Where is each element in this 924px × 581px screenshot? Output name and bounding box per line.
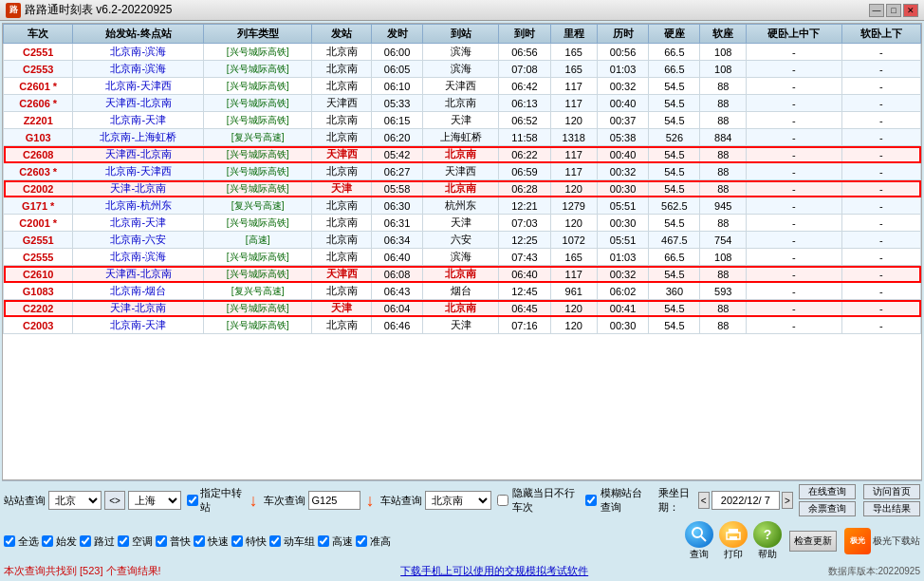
table-row[interactable]: C2001 *北京南-天津[兴号城际高铁]北京南06:31天津07:031200… [4, 215, 921, 232]
fuzzy-checkbox[interactable] [585, 495, 597, 506]
train-query-input[interactable] [308, 491, 360, 510]
table-cell: 滨海 [423, 249, 499, 266]
hide-checkbox[interactable] [497, 495, 508, 506]
remain-ticket-button[interactable]: 余票查询 [799, 501, 856, 516]
table-cell: 108 [700, 44, 747, 61]
special-checkbox[interactable] [231, 535, 243, 547]
table-row[interactable]: C2202天津-北京南[兴号城际高铁]天津06:04北京南06:4512000:… [4, 300, 921, 317]
high-speed-label: 高速 [332, 534, 353, 549]
table-cell: 北京南 [423, 300, 499, 317]
table-cell: 06:59 [499, 163, 550, 180]
table-cell: 00:30 [597, 317, 648, 334]
fast-express-checkbox[interactable] [194, 535, 205, 547]
print-action-btn[interactable]: 打印 [719, 521, 748, 561]
table-cell: - [747, 283, 842, 300]
table-cell: 烟台 [423, 283, 499, 300]
table-cell: 165 [550, 61, 597, 78]
date-prev-button[interactable]: < [698, 492, 710, 509]
arrow-indicator-1: ↓ [249, 491, 258, 511]
status-text: 本次查询共找到 [523] 个查询结果! [4, 564, 161, 578]
table-cell: 66.5 [649, 61, 700, 78]
table-cell: 北京南 [312, 61, 372, 78]
emu-checkbox[interactable] [269, 535, 281, 547]
help-action-btn[interactable]: ? 帮助 [753, 521, 782, 561]
table-cell: 06:43 [371, 283, 422, 300]
table-cell: 1318 [550, 129, 597, 146]
table-cell: 天津 [312, 300, 372, 317]
table-row[interactable]: C2003北京南-天津[兴号城际高铁]北京南06:46天津07:1612000:… [4, 317, 921, 334]
table-cell: 05:58 [371, 180, 422, 197]
col-arrive-station: 到站 [423, 25, 499, 44]
table-row[interactable]: Z2201北京南-天津[兴号城际高铁]北京南06:15天津06:5212000:… [4, 112, 921, 129]
start-station-checkbox[interactable] [42, 535, 53, 547]
download-link[interactable]: 下载手机上可以使用的交规模拟考试软件 [400, 564, 588, 578]
table-row[interactable]: C2603 *北京南-天津西[兴号城际高铁]北京南06:27天津西06:5911… [4, 163, 921, 180]
table-cell: 12:21 [499, 197, 550, 215]
arrival-station-select[interactable]: 北京南 [425, 491, 491, 510]
aircon-label: 空调 [132, 534, 153, 549]
table-row[interactable]: C2002天津-北京南[兴号城际高铁]天津05:58北京南06:2812000:… [4, 180, 921, 197]
table-row[interactable]: C2610天津西-北京南[兴号城际高铁]天津西06:08北京南06:401170… [4, 266, 921, 283]
table-row[interactable]: C2606 *天津西-北京南[兴号城际高铁]天津西05:33北京南06:1311… [4, 95, 921, 112]
table-row[interactable]: C2551北京南-滨海[兴号城际高铁]北京南06:00滨海06:5616500:… [4, 44, 921, 61]
table-cell: - [747, 78, 842, 95]
close-button[interactable]: ✕ [903, 4, 918, 17]
col-duration: 历时 [597, 25, 648, 44]
aircon-checkbox[interactable] [118, 535, 129, 547]
fuzzy-label: 模糊站台查询 [601, 486, 653, 515]
table-row[interactable]: C2608天津西-北京南[兴号城际高铁]天津西05:42北京南06:221170… [4, 146, 921, 163]
check-update-group: 检查更新 [789, 531, 837, 552]
col-route: 始发站-终点站 [73, 25, 204, 44]
table-cell: 07:08 [499, 61, 550, 78]
table-row[interactable]: C2553北京南-滨海[兴号城际高铁]北京南06:05滨海07:0816501:… [4, 61, 921, 78]
table-cell: 天津西 [312, 266, 372, 283]
export-results-button[interactable]: 导出结果 [863, 501, 920, 516]
main-area: 车次 始发站-终点站 列车类型 发站 发时 到站 到时 里程 历时 硬座 软座 … [0, 21, 924, 581]
check-update-button[interactable]: 检查更新 [789, 531, 837, 552]
from-station-select[interactable]: 北京 [48, 491, 102, 510]
express-checkbox[interactable] [156, 535, 167, 547]
transfer-checkbox[interactable] [187, 495, 198, 506]
table-row[interactable]: C2601 *北京南-天津西[兴号城际高铁]北京南06:10天津西06:4211… [4, 78, 921, 95]
table-row[interactable]: G171 *北京南-杭州东[复兴号高速]北京南06:30杭州东12:211279… [4, 197, 921, 215]
table-cell: 120 [550, 300, 597, 317]
table-cell: - [841, 232, 920, 249]
hide-label: 隐藏当日不行车次 [512, 486, 582, 515]
table-row[interactable]: G103北京南-上海虹桥[复兴号高速]北京南06:20上海虹桥11:581318… [4, 129, 921, 146]
passing-checkbox[interactable] [80, 535, 91, 547]
table-cell: - [841, 163, 920, 180]
table-cell: 北京南-滨海 [73, 44, 204, 61]
minimize-button[interactable]: — [869, 4, 884, 17]
jiguang-logo-icon: 极光 [844, 528, 871, 554]
swap-station-button[interactable]: <> [104, 491, 125, 510]
all-select-checkbox[interactable] [4, 535, 15, 547]
train-query-label: 车次查询 [264, 494, 305, 508]
table-cell: 00:37 [597, 112, 648, 129]
table-cell: - [747, 266, 842, 283]
col-soft-sleeper: 软卧上下 [841, 25, 920, 44]
to-station-select[interactable]: 上海 [128, 491, 181, 510]
online-query-button[interactable]: 在线查询 [799, 484, 856, 499]
table-cell: 88 [700, 112, 747, 129]
station-query-label: 站站查询 [4, 494, 46, 508]
table-cell: 00:32 [597, 78, 648, 95]
table-cell: 754 [700, 232, 747, 249]
query-action-btn[interactable]: 查询 [685, 521, 713, 561]
date-next-button[interactable]: > [782, 492, 793, 509]
col-train-type: 列车类型 [204, 25, 312, 44]
table-body: C2551北京南-滨海[兴号城际高铁]北京南06:00滨海06:5616500:… [4, 44, 921, 334]
zhungao-checkbox[interactable] [356, 535, 367, 547]
table-cell: 北京南-滨海 [73, 249, 204, 266]
table-row[interactable]: C2555北京南-滨海[兴号城际高铁]北京南06:40滨海07:4316501:… [4, 249, 921, 266]
visit-home-button[interactable]: 访问首页 [863, 484, 920, 499]
maximize-button[interactable]: □ [886, 4, 901, 17]
passing-label: 路过 [94, 534, 115, 549]
table-row[interactable]: G2551北京南-六安[高速]北京南06:34六安12:25107205:514… [4, 232, 921, 249]
table-cell: 120 [550, 215, 597, 232]
table-cell: 06:31 [371, 215, 422, 232]
high-speed-checkbox[interactable] [318, 535, 329, 547]
table-row[interactable]: G1083北京南-烟台[复兴号高速]北京南06:43烟台12:4596106:0… [4, 283, 921, 300]
controls-container: 站站查询 北京 <> 上海 指定中转站 ↓ 车次查询 [2, 480, 922, 579]
boarding-date-input[interactable] [711, 491, 780, 510]
help-icon: ? [753, 521, 782, 548]
